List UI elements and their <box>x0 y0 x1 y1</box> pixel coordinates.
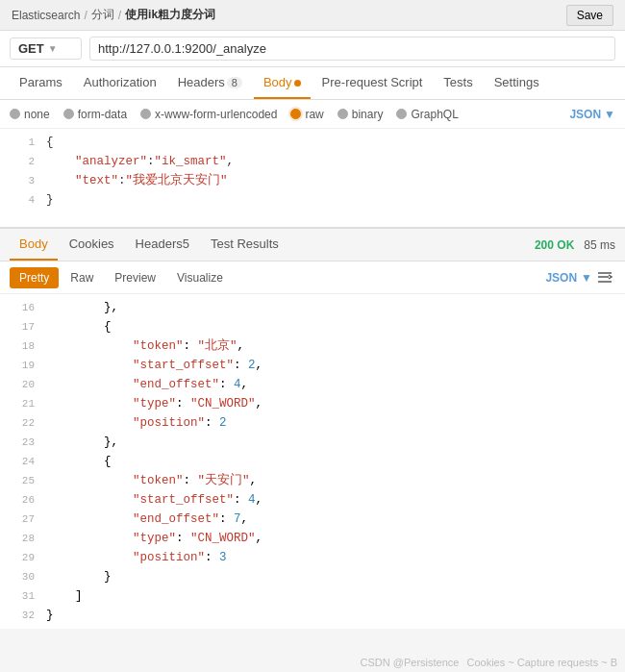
resp-line-19: 19 "start_offset": 2, <box>0 356 625 375</box>
radio-dot-form-data <box>63 109 74 119</box>
method-label: GET <box>18 41 44 56</box>
resp-line-31: 31 ] <box>0 586 625 606</box>
tab-body[interactable]: Body <box>254 67 311 99</box>
response-toolbar: Pretty Raw Preview Visualize JSON ▼ <box>0 261 625 294</box>
url-bar: GET ▼ <box>0 31 625 67</box>
response-code-area: 16 }, 17 { 18 "token": "北京", 19 "start_o… <box>0 294 625 629</box>
url-input[interactable] <box>89 37 615 61</box>
breadcrumb-sep-2: / <box>118 9 121 22</box>
resp-line-25: 25 "token": "天安门", <box>0 471 625 490</box>
resp-line-32: 32 } <box>0 606 625 625</box>
status-badge: 200 OK 85 ms <box>535 238 615 252</box>
wrap-icon[interactable] <box>594 267 615 288</box>
top-bar: Elasticsearch / 分词 / 使用ik粗力度分词 Save <box>0 0 625 31</box>
tab-settings[interactable]: Settings <box>485 67 549 99</box>
app-container: Elasticsearch / 分词 / 使用ik粗力度分词 Save GET … <box>0 0 625 672</box>
response-format-visualize[interactable]: Visualize <box>167 267 233 288</box>
radio-dot-none <box>10 109 20 119</box>
watermark-text2: Cookies ~ Capture requests ~ B <box>466 657 617 668</box>
response-tab-cookies[interactable]: Cookies <box>60 229 124 261</box>
status-code: 200 OK <box>535 238 574 252</box>
resp-line-16: 16 }, <box>0 298 625 317</box>
method-select[interactable]: GET ▼ <box>10 37 82 60</box>
resp-line-17: 17 { <box>0 317 625 336</box>
breadcrumb-current: 使用ik粗力度分词 <box>125 7 215 23</box>
headers-badge: 8 <box>227 77 242 88</box>
response-format-pretty[interactable]: Pretty <box>10 267 59 288</box>
response-tab-headers[interactable]: Headers5 <box>126 229 199 261</box>
tab-tests[interactable]: Tests <box>434 67 482 99</box>
resp-line-24: 24 { <box>0 452 625 471</box>
resp-line-30: 30 } <box>0 567 625 586</box>
code-line-3: 3 "text":"我爱北京天安门" <box>0 171 625 190</box>
resp-line-28: 28 "type": "CN_WORD", <box>0 529 625 548</box>
response-tab-test-results[interactable]: Test Results <box>201 229 288 261</box>
breadcrumb-item-2[interactable]: 分词 <box>91 7 114 23</box>
radio-dot-raw <box>290 109 301 119</box>
body-type-urlencoded[interactable]: x-www-form-urlencoded <box>140 108 277 121</box>
response-tabs: Body Cookies Headers5 Test Results 200 O… <box>0 229 625 261</box>
body-type-graphql[interactable]: GraphQL <box>396 108 458 121</box>
request-tabs: Params Authorization Headers8 Body Pre-r… <box>0 67 625 100</box>
watermark: CSDN @Persistence Cookies ~ Capture requ… <box>361 657 617 668</box>
tab-params[interactable]: Params <box>10 67 72 99</box>
tab-authorization[interactable]: Authorization <box>74 67 166 99</box>
resp-line-22: 22 "position": 2 <box>0 413 625 433</box>
chevron-down-icon-resp: ▼ <box>581 271 592 285</box>
code-line-2: 2 "analyzer":"ik_smart", <box>0 152 625 171</box>
tab-headers[interactable]: Headers8 <box>168 67 252 99</box>
body-type-binary[interactable]: binary <box>338 108 384 121</box>
response-json-select[interactable]: JSON ▼ <box>545 271 592 285</box>
watermark-text1: CSDN @Persistence <box>361 657 460 668</box>
breadcrumb-item-1[interactable]: Elasticsearch <box>12 9 80 22</box>
response-headers-badge: 5 <box>183 236 189 251</box>
save-button[interactable]: Save <box>566 5 613 26</box>
response-time: 85 ms <box>584 238 615 252</box>
resp-line-21: 21 "type": "CN_WORD", <box>0 394 625 413</box>
resp-line-26: 26 "start_offset": 4, <box>0 490 625 510</box>
body-type-row: none form-data x-www-form-urlencoded raw… <box>0 100 625 129</box>
breadcrumb-sep-1: / <box>84 9 87 22</box>
chevron-down-icon-json: ▼ <box>604 108 615 121</box>
tab-pre-request-script[interactable]: Pre-request Script <box>312 67 433 99</box>
body-type-raw[interactable]: raw <box>290 108 323 121</box>
resp-line-27: 27 "end_offset": 7, <box>0 510 625 529</box>
resp-line-20: 20 "end_offset": 4, <box>0 375 625 394</box>
resp-line-29: 29 "position": 3 <box>0 548 625 567</box>
radio-dot-binary <box>338 109 348 119</box>
body-type-none[interactable]: none <box>10 108 50 121</box>
code-line-4: 4 } <box>0 190 625 210</box>
response-tab-body[interactable]: Body <box>10 229 58 261</box>
resp-line-18: 18 "token": "北京", <box>0 336 625 356</box>
body-type-form-data[interactable]: form-data <box>63 108 127 121</box>
radio-dot-graphql <box>396 109 407 119</box>
response-format-raw[interactable]: Raw <box>61 267 103 288</box>
json-format-select[interactable]: JSON ▼ <box>569 108 615 121</box>
response-format-preview[interactable]: Preview <box>105 267 165 288</box>
body-dot-indicator <box>294 80 301 87</box>
chevron-down-icon: ▼ <box>48 43 58 54</box>
code-line-1: 1 { <box>0 133 625 152</box>
radio-dot-urlencoded <box>140 109 151 119</box>
request-code-editor[interactable]: 1 { 2 "analyzer":"ik_smart", 3 "text":"我… <box>0 129 625 229</box>
resp-line-23: 23 }, <box>0 433 625 452</box>
breadcrumb: Elasticsearch / 分词 / 使用ik粗力度分词 <box>12 7 215 23</box>
